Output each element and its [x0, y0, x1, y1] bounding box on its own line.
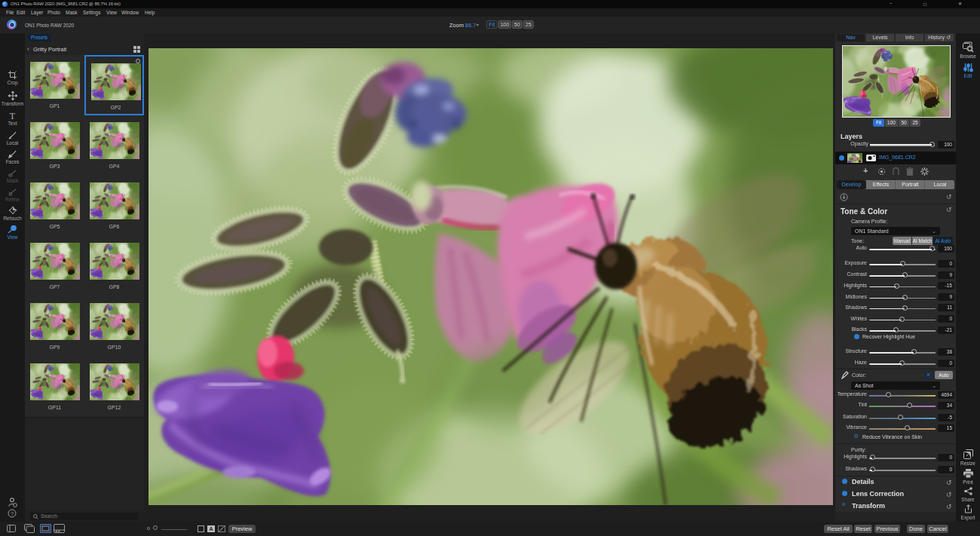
svg-text:?: ?: [11, 510, 14, 517]
svg-text:/: /: [222, 527, 223, 531]
svg-text:T: T: [10, 112, 16, 120]
svg-text:A: A: [210, 526, 213, 531]
